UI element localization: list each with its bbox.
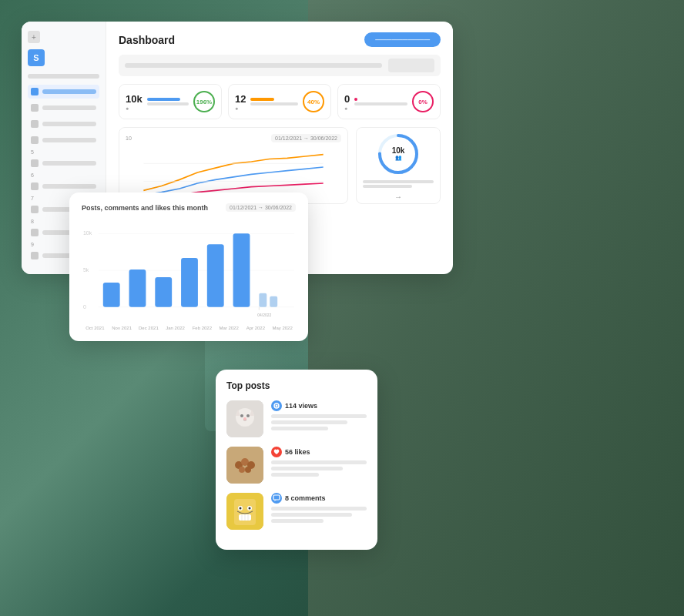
stat-value-0: 0 bbox=[344, 93, 350, 105]
post-thumb-cat bbox=[226, 400, 263, 437]
stat-card-10k: 10k ● 196% bbox=[119, 84, 222, 119]
post-item-3: 8 comments bbox=[226, 493, 367, 530]
stat-badge-2: 40% bbox=[303, 91, 324, 112]
comments-icon bbox=[31, 159, 39, 167]
svg-point-34 bbox=[245, 467, 251, 473]
dashboard-action-button[interactable]: ────────── bbox=[364, 32, 441, 47]
bar-chart-header: Posts, comments and likes this month 01/… bbox=[82, 203, 296, 212]
bar-label-2: Nov 2021 bbox=[109, 326, 136, 330]
stat-value-12: 12 bbox=[235, 93, 246, 105]
views-icon bbox=[271, 400, 282, 411]
ui-overlay: + S 5 bbox=[0, 0, 684, 616]
post-line-3c bbox=[271, 519, 324, 523]
post-comments-value: 8 comments bbox=[285, 494, 326, 502]
post-line-2a bbox=[271, 460, 367, 464]
bar-label-6: Mar 2022 bbox=[216, 326, 243, 330]
circle-chart: 10k 👥 bbox=[375, 131, 421, 177]
sidebar-item-dashboard[interactable] bbox=[28, 85, 99, 99]
stat-value-10k: 10k bbox=[126, 93, 142, 105]
post-stat-row-2: 56 likes bbox=[271, 447, 367, 457]
top-posts-card: Top posts bbox=[216, 370, 377, 550]
svg-rect-12 bbox=[155, 277, 172, 307]
stat-sublabel-1: ● bbox=[126, 105, 142, 111]
bar-chart-title: Posts, comments and likes this month bbox=[82, 204, 208, 212]
post-lines-3 bbox=[271, 507, 367, 523]
svg-point-26 bbox=[243, 417, 246, 420]
post-item-1: 114 views bbox=[226, 400, 367, 437]
search-bar-button[interactable] bbox=[388, 59, 434, 72]
post-views-value: 114 views bbox=[285, 402, 317, 410]
svg-point-33 bbox=[239, 467, 245, 473]
dashboard-icon bbox=[31, 88, 39, 95]
svg-point-23 bbox=[246, 414, 250, 417]
post-line-1a bbox=[271, 414, 367, 418]
top-posts-title: Top posts bbox=[226, 380, 367, 391]
bar-label-3: Dec 2021 bbox=[136, 326, 163, 330]
bar-label-8: May 2022 bbox=[269, 326, 296, 330]
svg-point-40 bbox=[249, 507, 251, 510]
svg-point-28 bbox=[276, 405, 278, 407]
sidebar-number-5: 5 bbox=[28, 149, 99, 155]
stat-bars-1 bbox=[147, 98, 189, 105]
notifications-icon bbox=[31, 229, 39, 236]
svg-text:5k: 5k bbox=[83, 267, 89, 273]
stat-bar-fill-1 bbox=[147, 98, 180, 101]
stat-sublabel-2: ● bbox=[235, 105, 246, 111]
posts-icon bbox=[31, 136, 39, 144]
svg-text:04/2022: 04/2022 bbox=[257, 313, 271, 317]
sidebar-item-comments[interactable] bbox=[28, 156, 99, 170]
sidebar-item-label bbox=[42, 138, 96, 142]
sidebar-item-analytics[interactable] bbox=[28, 101, 99, 115]
stat-sublabel-3: ● bbox=[344, 105, 350, 111]
likes-icon bbox=[271, 447, 282, 457]
post-info-1: 114 views bbox=[271, 400, 367, 430]
sidebar-item-label bbox=[42, 161, 96, 166]
sidebar-item-users[interactable] bbox=[28, 117, 99, 131]
circle-value: 10k 👥 bbox=[375, 131, 421, 177]
svg-point-22 bbox=[240, 414, 243, 417]
post-line-1c bbox=[271, 427, 328, 430]
stat-bar-bg-2 bbox=[250, 102, 298, 105]
svg-rect-11 bbox=[129, 270, 146, 307]
users-icon bbox=[31, 120, 39, 128]
reports-icon bbox=[31, 206, 39, 213]
circle-stat: 10k 👥 → bbox=[356, 127, 441, 204]
settings-icon bbox=[31, 182, 39, 190]
comments-icon bbox=[271, 493, 282, 504]
bar-label-4: Jan 2022 bbox=[162, 326, 189, 330]
sidebar-item-label bbox=[42, 105, 96, 110]
svg-rect-13 bbox=[181, 258, 198, 307]
stat-badge-1: 196% bbox=[193, 91, 215, 112]
post-likes-value: 56 likes bbox=[285, 448, 310, 456]
post-line-3a bbox=[271, 507, 367, 511]
search-bar[interactable] bbox=[119, 55, 441, 76]
post-lines-2 bbox=[271, 460, 367, 477]
post-stat-row-3: 8 comments bbox=[271, 493, 367, 504]
svg-rect-45 bbox=[273, 495, 280, 500]
circle-arrow: → bbox=[394, 192, 402, 201]
svg-rect-17 bbox=[270, 296, 277, 307]
stat-bar-bg-1 bbox=[147, 102, 189, 105]
dashboard-title: Dashboard bbox=[119, 34, 175, 46]
integrations-icon bbox=[31, 252, 39, 259]
bar-chart-labels: Oct 2021 Nov 2021 Dec 2021 Jan 2022 Feb … bbox=[82, 326, 296, 330]
analytics-icon bbox=[31, 104, 39, 112]
circle-bar-2 bbox=[363, 185, 412, 188]
line-chart-svg bbox=[126, 146, 341, 199]
sidebar-add-icon[interactable]: + bbox=[28, 31, 40, 43]
sidebar-item-label bbox=[42, 184, 96, 189]
sidebar-item-posts[interactable] bbox=[28, 133, 99, 147]
post-stat-row-1: 114 views bbox=[271, 400, 367, 411]
stats-row: 10k ● 196% 12 ● bbox=[119, 84, 441, 119]
bar-chart-date: 01/12/2021 → 30/06/2022 bbox=[226, 203, 296, 212]
sidebar-search-bar bbox=[28, 74, 99, 79]
svg-rect-36 bbox=[234, 499, 256, 525]
svg-rect-15 bbox=[233, 233, 250, 306]
post-line-3b bbox=[271, 513, 352, 517]
stat-bar-fill-3 bbox=[354, 98, 357, 101]
sidebar-item-label bbox=[42, 89, 96, 94]
stat-card-0: 0 ● 0% bbox=[337, 84, 441, 119]
sidebar-item-settings[interactable] bbox=[28, 179, 99, 193]
dashboard-header: Dashboard ────────── bbox=[119, 32, 441, 47]
stat-badge-3: 0% bbox=[412, 91, 434, 112]
